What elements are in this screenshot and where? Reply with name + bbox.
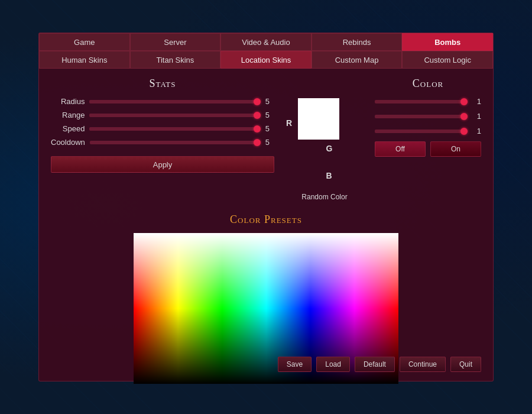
stat-row-speed: Speed 5 bbox=[51, 124, 274, 133]
bottom-bar: Save Load Default Continue Quit bbox=[278, 357, 481, 372]
stat-slider-range[interactable] bbox=[89, 114, 260, 117]
tab-custom-logic[interactable]: Custom Logic bbox=[402, 51, 493, 69]
rgb-row-g: G bbox=[326, 144, 335, 153]
tab-human-skins[interactable]: Human Skins bbox=[39, 51, 130, 69]
load-button[interactable]: Load bbox=[316, 357, 350, 372]
stat-row-radius: Radius 5 bbox=[51, 97, 274, 106]
quit-button[interactable]: Quit bbox=[450, 357, 481, 372]
color-g-row: 1 bbox=[375, 112, 481, 121]
toggle-row: Off On bbox=[375, 141, 481, 157]
apply-button[interactable]: Apply bbox=[51, 156, 274, 173]
color-g-value: 1 bbox=[471, 112, 481, 121]
tab-location-skins[interactable]: Location Skins bbox=[220, 51, 312, 69]
tab-custom-map[interactable]: Custom Map bbox=[312, 51, 403, 69]
toggle-on-button[interactable]: On bbox=[430, 141, 481, 157]
save-button[interactable]: Save bbox=[278, 357, 312, 372]
stats-title: Stats bbox=[51, 77, 274, 90]
continue-button[interactable]: Continue bbox=[400, 357, 446, 372]
color-b-value: 1 bbox=[471, 127, 481, 135]
stat-slider-cooldown[interactable] bbox=[90, 141, 261, 144]
color-b-slider[interactable] bbox=[375, 130, 468, 133]
stat-label-radius: Radius bbox=[51, 97, 85, 106]
nav-row-1: Game Server Video & Audio Rebinds Bombs bbox=[39, 33, 493, 51]
presets-title: Color Presets bbox=[51, 214, 481, 226]
color-r-value: 1 bbox=[471, 97, 481, 106]
sections-row: Stats Radius 5 Range 5 Speed 5 bbox=[51, 77, 481, 202]
rgb-b-label: B bbox=[326, 171, 335, 180]
nav-row-2: Human Skins Titan Skins Location Skins C… bbox=[39, 51, 493, 69]
tab-video-audio[interactable]: Video & Audio bbox=[220, 33, 312, 51]
stat-value-range: 5 bbox=[265, 111, 274, 119]
color-g-slider[interactable] bbox=[375, 115, 468, 118]
stat-value-radius: 5 bbox=[265, 97, 274, 106]
rgb-preview-section: R R G B Random Color bbox=[286, 77, 363, 202]
random-color-label: Random Color bbox=[301, 193, 347, 201]
stat-slider-radius[interactable] bbox=[89, 100, 260, 104]
stats-section: Stats Radius 5 Range 5 Speed 5 bbox=[51, 77, 274, 202]
main-window: Game Server Video & Audio Rebinds Bombs … bbox=[38, 33, 494, 381]
tab-server[interactable]: Server bbox=[130, 33, 221, 51]
content-area: Stats Radius 5 Range 5 Speed 5 bbox=[39, 69, 493, 395]
rgb-g-label: G bbox=[326, 144, 335, 153]
stat-value-speed: 5 bbox=[265, 124, 274, 133]
tab-titan-skins[interactable]: Titan Skins bbox=[130, 51, 221, 69]
tab-game[interactable]: Game bbox=[39, 33, 130, 51]
stat-label-cooldown: Cooldown bbox=[51, 138, 85, 147]
rgb-r-label: R bbox=[286, 118, 295, 128]
color-r-slider[interactable] bbox=[375, 100, 468, 104]
stat-label-speed: Speed bbox=[51, 124, 85, 133]
color-swatch bbox=[298, 98, 339, 140]
stat-row-cooldown: Cooldown 5 bbox=[51, 138, 274, 147]
stat-slider-speed[interactable] bbox=[89, 127, 260, 131]
color-b-row: 1 bbox=[375, 127, 481, 135]
stat-row-range: Range 5 bbox=[51, 111, 274, 119]
default-button[interactable]: Default bbox=[355, 357, 395, 372]
tab-rebinds[interactable]: Rebinds bbox=[312, 33, 403, 51]
color-section: Color 1 1 1 Off On bbox=[375, 77, 481, 202]
color-r-row: 1 bbox=[375, 97, 481, 106]
color-title: Color bbox=[375, 77, 481, 90]
toggle-off-button[interactable]: Off bbox=[375, 141, 426, 157]
rgb-row-b: B bbox=[326, 171, 335, 180]
stat-value-cooldown: 5 bbox=[265, 138, 274, 147]
stat-label-range: Range bbox=[51, 111, 85, 119]
tab-bombs[interactable]: Bombs bbox=[402, 33, 493, 51]
